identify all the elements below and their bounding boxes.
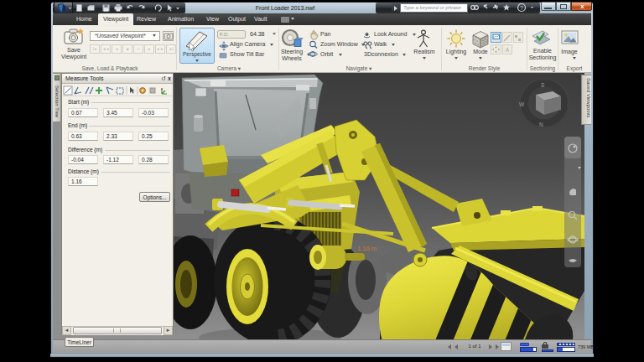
svg-text:W: W bbox=[519, 101, 525, 107]
svg-text:1.16 m: 1.16 m bbox=[357, 245, 377, 252]
svg-text:S: S bbox=[541, 82, 545, 88]
svg-text:N: N bbox=[539, 122, 543, 127]
svg-text:?: ? bbox=[520, 5, 523, 11]
